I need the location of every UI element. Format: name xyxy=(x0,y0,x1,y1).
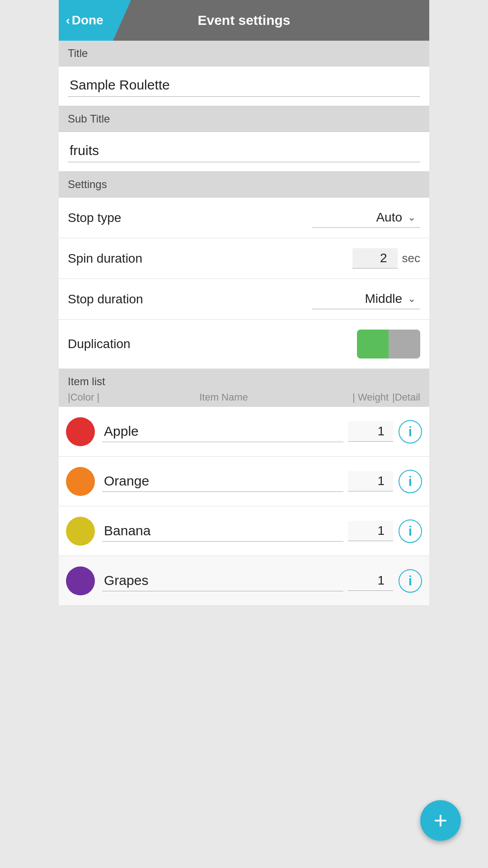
item-weight-input[interactable] xyxy=(348,471,393,491)
done-button[interactable]: ‹ Done xyxy=(59,0,127,41)
back-arrow-icon: ‹ xyxy=(66,14,70,28)
item-row: i xyxy=(59,407,429,457)
stop-type-row: Stop type Auto ⌄ xyxy=(59,198,429,238)
stop-duration-value: Middle xyxy=(365,292,402,306)
item-list-columns: |Color | Item Name | Weight |Detail xyxy=(68,392,420,403)
item-info-button[interactable]: i xyxy=(399,470,422,493)
item-color-dot xyxy=(66,517,95,546)
add-item-button[interactable]: + xyxy=(420,800,429,841)
duplication-label: Duplication xyxy=(68,337,131,351)
item-name-input[interactable] xyxy=(102,570,343,591)
title-section-header: Title xyxy=(59,41,429,66)
stop-type-dropdown[interactable]: Auto ⌄ xyxy=(312,208,420,228)
spin-duration-label: Spin duration xyxy=(68,251,142,266)
spin-duration-controls: sec xyxy=(352,248,420,269)
stop-type-value: Auto xyxy=(376,210,402,225)
app-header: ‹ Done Event settings xyxy=(59,0,429,41)
item-name-input[interactable] xyxy=(102,421,343,442)
col-weight-header: | Weight xyxy=(339,392,389,403)
item-weight-input[interactable] xyxy=(348,521,393,541)
item-name-input[interactable] xyxy=(102,471,343,492)
stop-duration-label: Stop duration xyxy=(68,292,143,307)
item-name-input[interactable] xyxy=(102,520,343,542)
title-input[interactable] xyxy=(68,74,420,97)
item-list-container: iiii xyxy=(59,407,429,606)
stop-type-chevron-icon: ⌄ xyxy=(408,212,416,223)
item-info-button[interactable]: i xyxy=(399,569,422,593)
col-color-header: |Color | xyxy=(68,392,108,403)
item-weight-input[interactable] xyxy=(348,571,393,591)
item-row: i xyxy=(59,506,429,556)
duplication-row: Duplication xyxy=(59,320,429,369)
done-wrapper: ‹ Done xyxy=(59,0,131,41)
spin-duration-unit: sec xyxy=(402,251,420,265)
item-row: i xyxy=(59,457,429,506)
done-label: Done xyxy=(72,13,103,28)
stop-type-label: Stop type xyxy=(68,211,121,225)
item-row: i xyxy=(59,556,429,606)
col-detail-header: |Detail xyxy=(389,392,420,403)
spin-duration-row: Spin duration sec xyxy=(59,238,429,279)
settings-section-header: Settings xyxy=(59,172,429,198)
stop-duration-dropdown[interactable]: Middle ⌄ xyxy=(312,289,420,309)
item-list-header-section: Item list |Color | Item Name | Weight |D… xyxy=(59,369,429,407)
spin-duration-input[interactable] xyxy=(352,248,398,269)
item-color-dot xyxy=(66,566,95,595)
duplication-toggle[interactable] xyxy=(357,330,420,359)
toggle-on-part xyxy=(357,330,389,359)
col-name-header: Item Name xyxy=(108,392,339,403)
item-info-button[interactable]: i xyxy=(399,420,422,443)
title-input-section xyxy=(59,66,429,106)
toggle-off-part xyxy=(389,330,420,359)
stop-duration-chevron-icon: ⌄ xyxy=(408,293,416,305)
item-info-button[interactable]: i xyxy=(399,519,422,543)
item-color-dot xyxy=(66,417,95,446)
subtitle-input-section xyxy=(59,132,429,172)
item-weight-input[interactable] xyxy=(348,421,393,442)
stop-duration-row: Stop duration Middle ⌄ xyxy=(59,279,429,320)
item-list-title: Item list xyxy=(68,375,420,388)
item-color-dot xyxy=(66,467,95,496)
subtitle-section-header: Sub Title xyxy=(59,106,429,132)
subtitle-input[interactable] xyxy=(68,139,420,162)
